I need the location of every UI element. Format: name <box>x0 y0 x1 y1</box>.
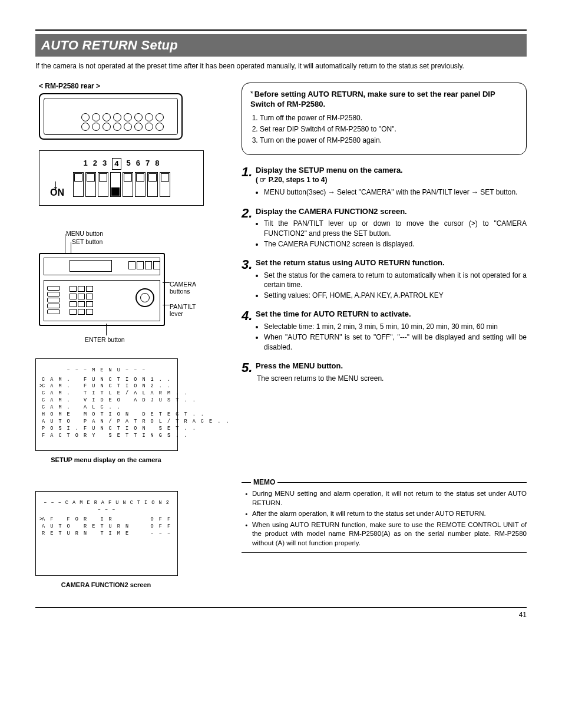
info-item: Turn on the power of RM-P2580 again. <box>260 136 518 145</box>
left-column: < RM-P2580 rear > 12345678 <box>35 81 224 589</box>
step-5: 5. Press the MENU button. The screen ret… <box>242 361 527 383</box>
callout-buttons: buttons <box>170 287 190 295</box>
memo-item: When using AUTO RETURN function, make su… <box>252 521 527 548</box>
steps: 1. Display the SETUP menu on the camera.… <box>242 166 527 383</box>
page-footer: 41 <box>35 607 527 620</box>
memo-label: MEMO <box>253 477 275 487</box>
callout-menu: MENU button <box>66 229 103 238</box>
page: AUTO RETURN Setup If the camera is not o… <box>35 29 527 620</box>
osd-menu-screen: – – – M E N U – – – C A M . F U N C T I … <box>35 358 178 451</box>
callout-set: SET button <box>72 238 103 246</box>
right-column: *Before setting AUTO RETURN, make sure t… <box>242 81 527 589</box>
info-list: Turn off the power of RM-P2580. Set rear… <box>260 113 518 146</box>
dip-on-label: ON <box>50 186 64 199</box>
rear-panel-illustration <box>39 93 183 140</box>
memo-item: After the alarm operation, it will retur… <box>252 509 527 519</box>
dip-numbers: 12345678 <box>48 158 195 170</box>
memo-item: During MENU setting and alarm operation,… <box>252 489 527 508</box>
step-2: 2. Display the CAMERA FUNCTION2 screen. … <box>242 207 527 250</box>
osd1-caption: SETUP menu display on the camera <box>35 456 177 465</box>
joystick-icon <box>135 288 154 307</box>
info-item: Turn off the power of RM-P2580. <box>260 113 518 123</box>
step-4: 4. Set the time for AUTO RETURN to activ… <box>242 309 527 353</box>
callout-enter: ENTER button <box>85 335 125 344</box>
dip-switch-illustration: 12345678 ↓ ON <box>39 150 204 206</box>
step-3: 3. Set the return status using AUTO RETU… <box>242 258 527 301</box>
osd2-caption: CAMERA FUNCTION2 screen <box>35 581 177 589</box>
controller-illustration: MENU button SET button CAMERA buttons PA… <box>35 229 224 338</box>
osd-cf2-screen: – – – C A M E R A F U N C T I O N 2 – – … <box>35 491 178 576</box>
columns: < RM-P2580 rear > 12345678 <box>35 81 527 589</box>
memo-section: MEMO During MENU setting and alarm opera… <box>242 477 527 553</box>
rear-panel-label: < RM-P2580 rear > <box>39 81 224 91</box>
page-number: 41 <box>519 611 527 619</box>
intro-text: If the camera is not operated at the pre… <box>35 61 527 71</box>
info-heading: Before setting AUTO RETURN, make sure to… <box>250 90 495 109</box>
callout-lever: lever <box>170 309 183 318</box>
info-box: *Before setting AUTO RETURN, make sure t… <box>242 83 527 155</box>
step-1: 1. Display the SETUP menu on the camera.… <box>242 166 527 199</box>
info-item: Set rear DIP Switch4 of RM-P2580 to "ON"… <box>260 124 518 134</box>
page-title: AUTO RETURN Setup <box>35 34 527 57</box>
